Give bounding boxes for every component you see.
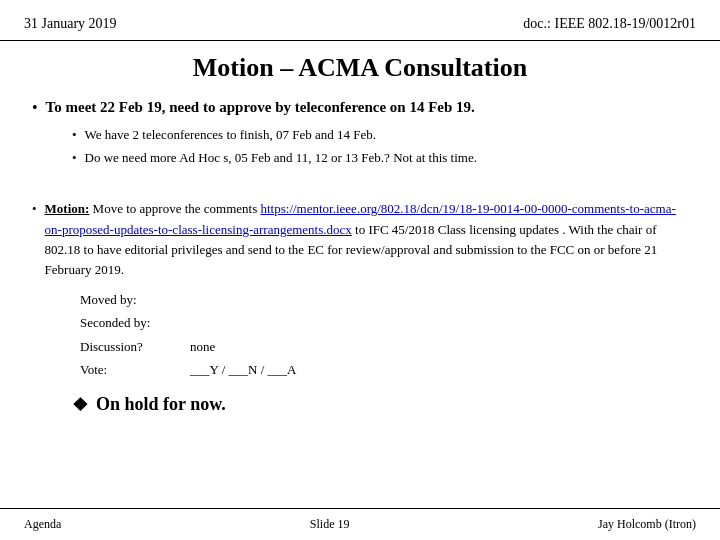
- vote-value: ___Y / ___N / ___A: [190, 358, 296, 381]
- diamond-icon: ❖: [72, 394, 88, 416]
- motion-details: Moved by: Seconded by: Discussion? none …: [80, 288, 688, 382]
- discussion-label: Discussion?: [80, 335, 190, 358]
- sub-bullet-2: • Do we need more Ad Hoc s, 05 Feb and 1…: [72, 148, 688, 168]
- discussion-value: none: [190, 335, 215, 358]
- sub-bullet-2-text: Do we need more Ad Hoc s, 05 Feb and 11,…: [85, 148, 477, 168]
- seconded-by-label: Seconded by:: [80, 311, 190, 334]
- header-doc: doc.: IEEE 802.18-19/0012r01: [523, 16, 696, 32]
- moved-by-row: Moved by:: [80, 288, 688, 311]
- discussion-row: Discussion? none: [80, 335, 688, 358]
- sub-bullet-1-text: We have 2 teleconferences to finish, 07 …: [85, 125, 376, 145]
- bullet-1-text: To meet 22 Feb 19, need to approve by te…: [46, 97, 475, 118]
- bullet-1-dot: •: [32, 97, 38, 119]
- bullet-1: • To meet 22 Feb 19, need to approve by …: [32, 97, 688, 119]
- motion-text: Motion: Move to approve the comments htt…: [45, 199, 688, 280]
- moved-by-label: Moved by:: [80, 288, 190, 311]
- footer: Agenda Slide 19 Jay Holcomb (Itron): [0, 508, 720, 540]
- on-hold-section: ❖ On hold for now.: [72, 394, 688, 416]
- sub-bullet-1: • We have 2 teleconferences to finish, 0…: [72, 125, 688, 145]
- header-date: 31 January 2019: [24, 16, 117, 32]
- on-hold-text: On hold for now.: [96, 394, 226, 415]
- bullet-2: • Motion: Move to approve the comments h…: [32, 199, 688, 280]
- motion-dot: •: [32, 199, 37, 219]
- seconded-by-row: Seconded by:: [80, 311, 688, 334]
- sub-bullet-1-dot: •: [72, 125, 77, 145]
- header: 31 January 2019 doc.: IEEE 802.18-19/001…: [0, 0, 720, 41]
- vote-label: Vote:: [80, 358, 190, 381]
- motion-label: Motion:: [45, 201, 90, 216]
- footer-right: Jay Holcomb (Itron): [598, 517, 696, 532]
- slide-title: Motion – ACMA Consultation: [24, 53, 696, 83]
- footer-left: Agenda: [24, 517, 61, 532]
- vote-row: Vote: ___Y / ___N / ___A: [80, 358, 688, 381]
- content-area: • To meet 22 Feb 19, need to approve by …: [0, 93, 720, 420]
- footer-center: Slide 19: [310, 517, 350, 532]
- motion-intro: Move to approve the comments: [89, 201, 260, 216]
- sub-bullet-2-dot: •: [72, 148, 77, 168]
- sub-bullets: • We have 2 teleconferences to finish, 0…: [72, 125, 688, 167]
- slide-container: 31 January 2019 doc.: IEEE 802.18-19/001…: [0, 0, 720, 540]
